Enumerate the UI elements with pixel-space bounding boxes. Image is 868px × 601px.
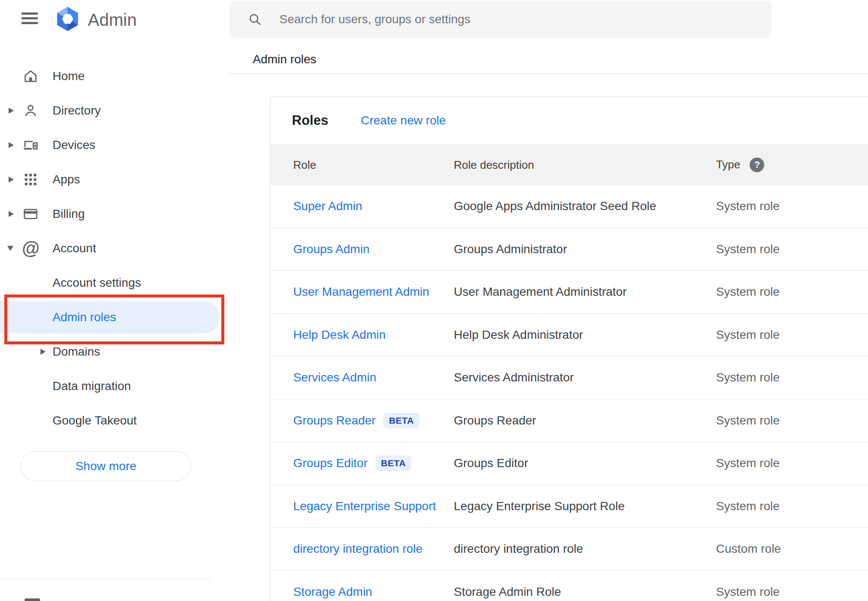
role-description: Groups Administrator <box>454 242 567 256</box>
sidebar-item-account[interactable]: @ Account <box>0 231 228 266</box>
sidebar-item-label: Account <box>53 242 96 255</box>
table-row: Groups Reader BETA Groups Reader System … <box>270 400 868 443</box>
sidebar-item-admin-roles[interactable]: Admin roles <box>0 300 228 335</box>
sidebar-item-label: Admin roles <box>53 310 116 324</box>
logo-text: Admin <box>88 10 136 30</box>
admin-logo[interactable]: Admin <box>55 7 136 32</box>
create-new-role-link[interactable]: Create new role <box>361 114 446 127</box>
roles-table-body: Super Admin Google Apps Administrator Se… <box>270 185 868 601</box>
sidebar-nav: Home Directory Devices Apps Billing @ Ac… <box>0 59 228 438</box>
role-description: Google Apps Administrator Seed Role <box>454 199 656 213</box>
role-cell: Help Desk Admin <box>293 328 386 342</box>
role-cell: Groups Admin <box>293 242 369 256</box>
role-description: Storage Admin Role <box>454 585 561 599</box>
role-link[interactable]: Groups Admin <box>293 242 369 256</box>
role-cell: Super Admin <box>293 199 362 213</box>
role-cell: Services Admin <box>293 371 376 384</box>
sidebar-item-apps[interactable]: Apps <box>0 162 228 197</box>
role-link[interactable]: directory integration role <box>293 542 422 556</box>
sidebar-item-directory[interactable]: Directory <box>0 93 228 128</box>
apps-grid-icon <box>22 171 39 188</box>
admin-hexagon-logo <box>55 6 80 33</box>
sidebar-item-label: Account settings <box>53 276 141 290</box>
role-link[interactable]: User Management Admin <box>293 285 429 299</box>
sidebar-item-domains[interactable]: Domains <box>0 335 228 369</box>
roles-panel: Roles Create new role Role Role descript… <box>270 96 868 601</box>
table-row: directory integration role directory int… <box>270 528 868 571</box>
role-description: Legacy Enterprise Support Role <box>454 499 625 513</box>
role-type: System role <box>716 328 780 342</box>
hamburger-menu-icon[interactable] <box>22 12 38 24</box>
sidebar-item-billing[interactable]: Billing <box>0 197 228 231</box>
role-cell: User Management Admin <box>293 285 429 299</box>
role-description: Groups Editor <box>454 456 528 470</box>
role-link[interactable]: Super Admin <box>293 199 362 213</box>
role-link[interactable]: Storage Admin <box>293 585 372 599</box>
table-row: Storage Admin Storage Admin Role System … <box>270 571 868 601</box>
show-more-button[interactable]: Show more <box>21 451 191 481</box>
beta-badge: BETA <box>375 455 412 471</box>
role-type: System role <box>716 414 780 428</box>
roles-title: Roles <box>292 113 328 128</box>
role-type: System role <box>716 585 780 599</box>
role-type: System role <box>716 456 780 470</box>
table-row: Help Desk Admin Help Desk Administrator … <box>270 314 868 357</box>
person-icon <box>22 102 39 119</box>
column-header-role: Role <box>293 158 316 171</box>
table-row: Legacy Enterprise Support Legacy Enterpr… <box>270 485 868 528</box>
question-mark-icon[interactable]: ? <box>750 158 764 172</box>
google-admin-console: Admin Admin roles Home Directory Devices… <box>0 0 868 601</box>
role-type: System role <box>716 199 780 213</box>
role-description: Groups Reader <box>454 414 536 428</box>
sidebar-item-devices[interactable]: Devices <box>0 128 228 162</box>
expand-arrow-icon <box>7 246 13 251</box>
devices-icon <box>22 136 39 154</box>
sidebar-item-account-settings[interactable]: Account settings <box>0 266 228 300</box>
roles-panel-header: Roles Create new role <box>270 96 868 144</box>
role-link[interactable]: Legacy Enterprise Support <box>293 499 436 513</box>
clipped-bottom-icon <box>25 598 40 601</box>
expand-arrow-icon <box>9 142 14 148</box>
role-type: System role <box>716 285 780 299</box>
column-header-type: Type ? <box>716 158 764 172</box>
role-link[interactable]: Groups Reader <box>293 414 375 428</box>
header-divider <box>228 74 868 74</box>
role-type: System role <box>716 499 780 513</box>
table-row: Groups Admin Groups Administrator System… <box>270 228 868 271</box>
at-sign-icon: @ <box>22 240 39 257</box>
sidebar-item-google-takeout[interactable]: Google Takeout <box>0 403 228 438</box>
role-link[interactable]: Help Desk Admin <box>293 328 386 342</box>
sidebar-item-label: Google Takeout <box>53 414 137 428</box>
table-row: Super Admin Google Apps Administrator Se… <box>270 185 868 228</box>
role-description: Services Administrator <box>454 371 574 384</box>
home-icon <box>22 68 39 85</box>
sidebar-item-home[interactable]: Home <box>0 59 228 93</box>
credit-card-icon <box>22 205 39 223</box>
expand-arrow-icon <box>9 108 14 114</box>
expand-arrow-icon <box>9 177 14 183</box>
role-link[interactable]: Groups Editor <box>293 456 368 470</box>
sidebar-item-data-migration[interactable]: Data migration <box>0 369 228 403</box>
sidebar-item-label: Devices <box>53 138 96 152</box>
role-link[interactable]: Services Admin <box>293 371 376 384</box>
role-cell: directory integration role <box>293 542 422 556</box>
sidebar-item-label: Home <box>53 69 85 83</box>
expand-arrow-icon <box>9 211 14 217</box>
search-input[interactable] <box>279 12 772 27</box>
role-description: User Management Administrator <box>454 285 627 299</box>
table-row: Services Admin Services Administrator Sy… <box>270 356 868 400</box>
breadcrumb: Admin roles <box>253 53 316 66</box>
table-row: User Management Admin User Management Ad… <box>270 271 868 314</box>
search-bar[interactable] <box>229 1 772 38</box>
role-type: Custom role <box>716 542 781 556</box>
role-description: directory integration role <box>454 542 583 556</box>
role-cell: Legacy Enterprise Support <box>293 499 436 513</box>
role-cell: Groups Editor BETA <box>293 455 411 471</box>
search-icon <box>248 12 262 27</box>
sidebar-item-label: Data migration <box>53 379 131 393</box>
role-cell: Groups Reader BETA <box>293 413 419 428</box>
expand-arrow-icon <box>40 349 46 355</box>
role-type: System role <box>716 371 780 384</box>
role-cell: Storage Admin <box>293 585 372 599</box>
sidebar-divider <box>0 579 212 579</box>
